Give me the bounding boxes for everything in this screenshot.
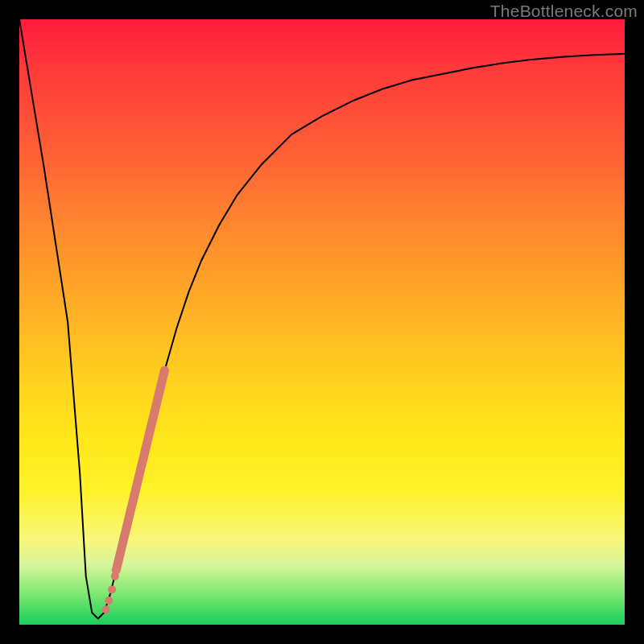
highlight-dot [102, 605, 110, 613]
highlight-dot [108, 585, 116, 593]
highlight-dot [111, 572, 119, 580]
chart-overlay [19, 19, 625, 625]
highlight-dots [102, 572, 119, 613]
watermark-text: TheBottleneck.com [490, 2, 638, 21]
chart-frame: TheBottleneck.com [0, 0, 644, 644]
highlight-segment [116, 370, 164, 570]
highlight-dot [105, 597, 113, 605]
bottleneck-curve [19, 19, 625, 618]
